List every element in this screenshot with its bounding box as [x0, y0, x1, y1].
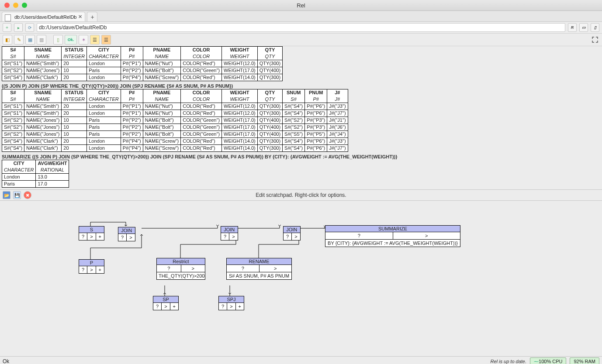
col-header: SNAMENAME: [24, 89, 62, 103]
node-restrict[interactable]: Restrict ? > THE_QTY(QTY)>200: [156, 258, 205, 280]
col-header: COLORCOLOR: [181, 89, 222, 103]
table-row: S#("S4")NAME("Clark")20LondonP#("P4")NAM…: [2, 74, 283, 81]
node-spj[interactable]: SPJ ? > +: [218, 296, 244, 310]
cell: QTY(300): [257, 103, 282, 110]
node-join-3-gt[interactable]: >: [292, 233, 300, 240]
col-header: COLORCOLOR: [181, 47, 222, 60]
close-tab-icon[interactable]: ✕: [78, 14, 82, 20]
node-sp-plus[interactable]: +: [170, 303, 178, 310]
table-row: S#("S2")NAME("Jones")10ParisP#("P2")NAME…: [2, 124, 348, 131]
grid-tool-icon[interactable]: ▦: [25, 35, 35, 45]
cell: P#("P6"): [305, 110, 327, 117]
node-sp-q[interactable]: ?: [153, 303, 162, 310]
node-restrict-gt[interactable]: >: [181, 265, 205, 272]
node-join-1-q[interactable]: ?: [118, 234, 127, 241]
layout-icon-1[interactable]: ▭: [579, 23, 588, 32]
table-tool-icon[interactable]: ▥: [37, 35, 46, 45]
col-header: SNAMENAME: [24, 47, 62, 60]
add-tab-button[interactable]: +: [87, 12, 97, 21]
cell: COLOR("Red"): [181, 110, 222, 117]
cell: WEIGHT(12.0): [222, 60, 258, 67]
node-summarize[interactable]: SUMMARIZE ? > BY {CITY}: {AVGWEIGHT := A…: [325, 225, 460, 247]
cell: London: [87, 60, 121, 67]
wand-tool-icon[interactable]: ✎: [14, 35, 24, 45]
node-join-2-q[interactable]: ?: [221, 233, 229, 240]
new-db-button[interactable]: ＋: [3, 23, 11, 32]
cell: QTY(300): [257, 138, 282, 145]
table-row: S#("S2")NAME("Jones")10ParisP#("P2")NAME…: [2, 117, 348, 124]
node-rename-q[interactable]: ?: [227, 265, 259, 272]
cell: J#("J4"): [327, 131, 348, 138]
db-tab[interactable]: db:/Users/dave/DefaultRelDb ✕: [2, 12, 85, 21]
node-s-gt[interactable]: >: [87, 233, 96, 240]
cell: 13.0: [36, 174, 69, 181]
node-sp-gt[interactable]: >: [162, 303, 170, 310]
node-join-3[interactable]: JOIN ? >: [283, 226, 301, 240]
cell: NAME("Nut"): [143, 60, 180, 67]
cell: QTY(400): [257, 67, 282, 74]
cell: London: [87, 110, 121, 117]
table-row: London13.0: [2, 174, 69, 181]
node-spj-plus[interactable]: +: [236, 303, 244, 310]
cell: S#("S4"): [283, 103, 305, 110]
cell: NAME("Bolt"): [143, 117, 180, 124]
node-p[interactable]: P ? > +: [79, 259, 104, 274]
fullscreen-icon[interactable]: [591, 35, 599, 44]
node-s-plus[interactable]: +: [96, 233, 104, 240]
node-join-3-q[interactable]: ?: [284, 233, 292, 240]
cell: P#("P1"): [121, 103, 143, 110]
node-spj-q[interactable]: ?: [219, 303, 227, 310]
cell: NAME("Bolt"): [143, 131, 180, 138]
table-row: S#("S1")NAME("Smith")20LondonP#("P1")NAM…: [2, 110, 348, 117]
node-p-q[interactable]: ?: [79, 266, 87, 273]
layout-icon-2[interactable]: ▯: [591, 23, 599, 32]
cell: WEIGHT(12.0): [222, 103, 258, 110]
cell: Paris: [87, 131, 121, 138]
node-join-2-gt[interactable]: >: [229, 233, 237, 240]
cpu-chip: ⁓100% CPU: [530, 357, 566, 364]
query-text-3: SUMMARIZE ((S JOIN P) JOIN (SP WHERE THE…: [2, 154, 600, 159]
node-s-q[interactable]: ?: [79, 233, 87, 240]
burst-tool-icon[interactable]: ✶: [79, 35, 88, 45]
note-tool-icon[interactable]: ☰: [90, 35, 100, 45]
ram-chip: 92% RAM: [570, 357, 599, 364]
cell: 10: [62, 67, 87, 74]
cell: NAME("Clark"): [24, 74, 62, 81]
cell: S#("S2"): [283, 117, 305, 124]
col-header: PNAMENAME: [143, 47, 180, 60]
node-join-1[interactable]: JOIN ? >: [118, 227, 135, 241]
cell: WEIGHT(17.0): [222, 117, 258, 124]
refresh-button[interactable]: ⟳: [25, 23, 34, 32]
path-input[interactable]: db:/Users/dave/DefaultRelDb: [37, 23, 565, 32]
node-rename-gt[interactable]: >: [259, 265, 292, 272]
node-summarize-gt[interactable]: >: [393, 232, 460, 239]
node-join-2[interactable]: JOIN ? >: [221, 226, 238, 240]
cell: S#("S1"): [2, 110, 24, 117]
node-restrict-q[interactable]: ?: [157, 265, 181, 272]
node-summarize-q[interactable]: ?: [325, 232, 393, 239]
table-row: S#("S1")NAME("Smith")20LondonP#("P1")NAM…: [2, 60, 283, 67]
doc-tool-icon[interactable]: ▯: [53, 35, 63, 45]
scratchpad-canvas[interactable]: S ? > + P ? > + JOIN ? > SP: [0, 201, 602, 345]
node-rename[interactable]: RENAME ? > S# AS SNUM, P# AS PNUM: [226, 258, 292, 280]
cell: NAME("Clark"): [24, 145, 62, 152]
note2-tool-icon[interactable]: ☰: [101, 35, 111, 45]
node-sp[interactable]: SP ? > +: [153, 296, 179, 310]
ok-button[interactable]: Ok.: [65, 35, 77, 45]
cell: WEIGHT(14.0): [222, 138, 258, 145]
node-join-1-gt[interactable]: >: [127, 234, 135, 241]
node-s[interactable]: S ? > +: [79, 226, 104, 240]
cell: QTY(300): [257, 110, 282, 117]
cell: J#("J3"): [327, 103, 348, 110]
open-db-button[interactable]: ▸: [14, 23, 23, 32]
box-tool-icon[interactable]: ◧: [3, 35, 12, 45]
col-header: P#P#: [121, 47, 143, 60]
cell: P#("P1"): [121, 110, 143, 117]
node-p-gt[interactable]: >: [87, 266, 96, 273]
cell: COLOR("Green"): [181, 131, 222, 138]
node-spj-gt[interactable]: >: [227, 303, 235, 310]
rel-mode-icon[interactable]: R: [568, 23, 577, 32]
cell: London: [87, 145, 121, 152]
node-p-plus[interactable]: +: [96, 266, 104, 273]
cell: NAME("Smith"): [24, 60, 62, 67]
